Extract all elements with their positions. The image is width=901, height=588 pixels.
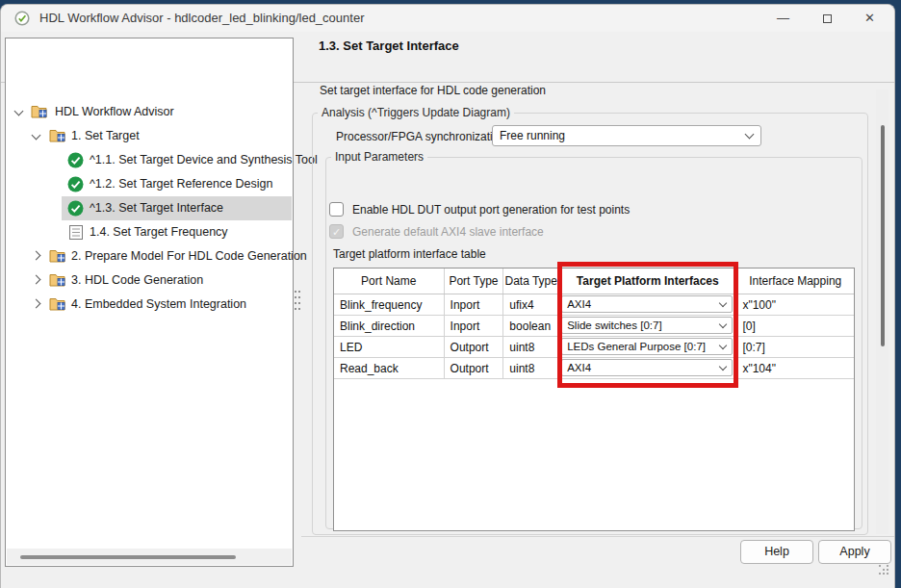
maximize-button[interactable] xyxy=(806,5,849,32)
sync-label: Processor/FPGA synchronization: xyxy=(336,130,508,143)
task-document-icon xyxy=(69,225,83,240)
cell-interface: Slide switches [0:7] xyxy=(559,316,736,336)
title-bar[interactable]: HDL Workflow Advisor - hdlcoder_led_blin… xyxy=(1,5,894,32)
tree-item-set-target-interface[interactable]: ^1.3. Set Target Interface xyxy=(7,196,292,220)
cell-interface-mapping: [0:7] xyxy=(736,337,854,357)
maximize-icon xyxy=(823,14,832,23)
target-platform-interface-table: Port Name Port Type Data Type Target Pla… xyxy=(333,268,855,531)
interface-dropdown-value: LEDs General Purpose [0:7] xyxy=(567,341,706,352)
task-description: Set target interface for HDL code genera… xyxy=(320,84,546,97)
tree-item-set-target-frequency[interactable]: 1.4. Set Target Frequency xyxy=(7,220,292,244)
col-header-interface-mapping: Interface Mapping xyxy=(736,268,854,294)
tree-scrollbar-thumb[interactable] xyxy=(20,555,236,559)
table-row: Blink_direction Inport boolean Slide swi… xyxy=(334,316,854,337)
workflow-tree-panel: HDL Workflow Advisor 1. Set Target ^1.1. xyxy=(5,38,294,567)
cell-data-type: ufix4 xyxy=(503,294,559,315)
tree-item-embedded-system-integration[interactable]: 4. Embedded System Integration xyxy=(7,293,292,317)
tree-item-label: 3. HDL Code Generation xyxy=(71,273,203,287)
col-header-port-name: Port Name xyxy=(334,268,445,294)
axi4-slave-checkbox-label: Generate default AXI4 slave interface xyxy=(352,225,544,239)
col-header-target-platform-interfaces: Target Platform Interfaces xyxy=(559,268,736,294)
folder-task-icon xyxy=(31,104,47,118)
check-passed-icon xyxy=(67,200,84,217)
app-check-icon xyxy=(14,11,30,26)
tree-item-label: 1. Set Target xyxy=(71,129,140,142)
chevron-right-icon[interactable] xyxy=(32,275,41,285)
chevron-down-icon xyxy=(719,362,727,370)
tree-item-label: 1.4. Set Target Frequency xyxy=(90,225,228,239)
minimize-button[interactable]: — xyxy=(761,5,805,32)
cell-interface-mapping: x"100" xyxy=(736,294,854,315)
apply-button[interactable]: Apply xyxy=(818,540,891,564)
cell-port-type: Outport xyxy=(445,337,504,357)
check-passed-icon xyxy=(67,176,84,192)
tree-item-hdl-code-generation[interactable]: 3. HDL Code Generation xyxy=(7,268,292,293)
sync-dropdown-value: Free running xyxy=(500,129,565,142)
cell-data-type: uint8 xyxy=(503,358,559,378)
panel-splitter[interactable] xyxy=(295,291,296,293)
table-header-row: Port Name Port Type Data Type Target Pla… xyxy=(334,268,854,294)
axi4-slave-checkbox: ✓ xyxy=(329,224,344,239)
testpoints-checkbox[interactable] xyxy=(329,202,344,217)
folder-task-icon xyxy=(49,248,65,263)
cell-port-name: Blink_frequency xyxy=(334,294,445,315)
tree-item-label: 4. Embedded System Integration xyxy=(71,297,246,311)
interface-dropdown[interactable]: Slide switches [0:7] xyxy=(561,317,733,334)
chevron-down-icon xyxy=(719,341,727,348)
close-icon: ✕ xyxy=(864,11,875,25)
task-detail-panel: 1.3. Set Target Interface Analysis (^Tri… xyxy=(301,38,894,588)
interface-dropdown-value: AXI4 xyxy=(567,298,591,310)
table-row: Read_back Outport uint8 AXI4 x"104" xyxy=(334,358,854,379)
tree-item-prepare-model[interactable]: 2. Prepare Model For HDL Code Generation xyxy=(7,244,292,268)
cell-port-type: Inport xyxy=(445,294,504,315)
interface-dropdown[interactable]: LEDs General Purpose [0:7] xyxy=(561,338,733,355)
interface-dropdown-value: Slide switches [0:7] xyxy=(567,320,661,331)
tree-item-label: ^1.1. Set Target Device and Synthesis To… xyxy=(90,153,318,166)
cell-interface-mapping: [0] xyxy=(736,316,854,336)
chevron-down-icon xyxy=(719,320,727,327)
interface-dropdown[interactable]: AXI4 xyxy=(561,359,733,376)
interface-dropdown-value: AXI4 xyxy=(567,362,591,373)
close-button[interactable]: ✕ xyxy=(848,5,891,32)
window-resize-grip[interactable] xyxy=(879,565,890,576)
table-row: Blink_frequency Inport ufix4 AXI4 x"100" xyxy=(334,294,854,316)
folder-task-icon xyxy=(49,128,65,142)
chevron-right-icon[interactable] xyxy=(32,251,41,261)
tree-item-set-target-reference-design[interactable]: ^1.2. Set Target Reference Design xyxy=(7,172,292,196)
chevron-down-icon xyxy=(745,130,755,140)
check-passed-icon xyxy=(67,152,84,168)
cell-port-name: Blink_direction xyxy=(334,316,445,336)
interface-dropdown[interactable]: AXI4 xyxy=(561,295,733,313)
tree-item-hdl-workflow-advisor[interactable]: HDL Workflow Advisor xyxy=(7,100,292,124)
chevron-down-icon xyxy=(719,298,727,306)
tree-item-set-target-device[interactable]: ^1.1. Set Target Device and Synthesis To… xyxy=(7,148,292,172)
tree-item-label: ^1.2. Set Target Reference Design xyxy=(90,177,272,191)
chevron-down-icon[interactable] xyxy=(14,107,24,116)
cell-port-name: Read_back xyxy=(334,358,445,378)
cell-port-name: LED xyxy=(334,337,445,357)
testpoints-checkbox-label[interactable]: Enable HDL DUT output port generation fo… xyxy=(352,203,630,217)
tree-item-set-target[interactable]: 1. Set Target xyxy=(7,124,292,148)
sync-dropdown[interactable]: Free running xyxy=(492,125,761,146)
table-row: LED Outport uint8 LEDs General Purpose [… xyxy=(334,337,854,358)
chevron-right-icon[interactable] xyxy=(32,299,41,309)
col-header-data-type: Data Type xyxy=(503,268,559,294)
tree-item-label: HDL Workflow Advisor xyxy=(55,105,174,118)
tree-item-label: ^1.3. Set Target Interface xyxy=(90,201,223,215)
cell-port-type: Inport xyxy=(445,316,504,336)
chevron-down-icon[interactable] xyxy=(32,131,41,141)
cell-data-type: uint8 xyxy=(503,337,559,357)
vertical-scrollbar-thumb[interactable] xyxy=(881,125,885,346)
help-button[interactable]: Help xyxy=(740,540,813,564)
footer-separator xyxy=(301,536,894,537)
input-parameters-groupbox-label: Input Parameters xyxy=(331,150,427,164)
col-header-port-type: Port Type xyxy=(445,268,504,294)
cell-interface-mapping: x"104" xyxy=(736,358,854,378)
tree-horizontal-scrollbar[interactable] xyxy=(7,549,292,565)
folder-task-icon xyxy=(49,296,65,311)
analysis-groupbox-label: Analysis (^Triggers Update Diagram) xyxy=(318,106,514,119)
tree-item-label: 2. Prepare Model For HDL Code Generation xyxy=(71,249,307,263)
cell-data-type: boolean xyxy=(503,316,559,336)
cell-interface: LEDs General Purpose [0:7] xyxy=(559,337,736,357)
page-title: 1.3. Set Target Interface xyxy=(319,38,459,53)
